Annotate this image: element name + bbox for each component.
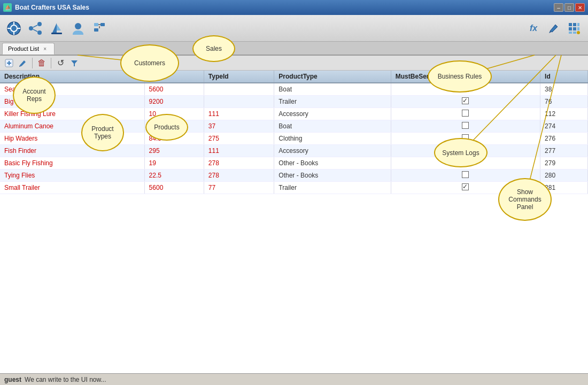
col-mustbeserialised[interactable]: MustBeSerialized <box>391 71 540 83</box>
tab-bar: Product List × <box>0 42 588 56</box>
product-table: Description Price TypeId ProductType Mus… <box>0 71 588 194</box>
svg-line-10 <box>33 29 37 32</box>
cell-typeid: 278 <box>204 157 274 170</box>
cell-description: Small Trailer <box>0 182 144 194</box>
cell-typeid: 111 <box>204 145 274 157</box>
close-btn[interactable]: ✕ <box>575 3 585 12</box>
cell-mustbeserialised[interactable] <box>391 170 540 182</box>
cell-producttype: Accessory <box>274 108 391 120</box>
cell-mustbeserialised[interactable] <box>391 96 540 108</box>
svg-rect-18 <box>569 23 572 26</box>
delete-separator <box>51 58 51 68</box>
refresh-btn[interactable]: ↺ <box>55 57 66 69</box>
cell-typeid: 37 <box>204 120 274 133</box>
table-row[interactable]: Hip Waders84.5275Clothing276 <box>0 133 588 145</box>
svg-line-9 <box>33 25 37 27</box>
app-icon: ⛵ <box>3 3 12 12</box>
cell-producttype: Accessory <box>274 145 391 157</box>
window-title: Boat Crafters USA Sales <box>15 4 551 11</box>
add-record-btn[interactable] <box>3 57 15 69</box>
home-btn[interactable] <box>4 19 24 38</box>
cell-producttype: Other - Books <box>274 157 391 170</box>
svg-rect-24 <box>569 32 572 34</box>
serialized-checkbox[interactable] <box>462 110 469 117</box>
fx-btn[interactable]: fx <box>524 19 543 38</box>
col-price[interactable]: Price <box>144 71 204 83</box>
serialized-checkbox[interactable] <box>462 183 469 190</box>
content-area: 🗑 ↺ Description Price TypeId ProductType <box>0 56 588 373</box>
svg-point-7 <box>29 26 33 30</box>
svg-point-8 <box>37 30 42 35</box>
sailboat-btn[interactable] <box>47 19 66 38</box>
cell-producttype: Boat <box>274 120 391 133</box>
svg-rect-22 <box>573 27 576 30</box>
cell-typeid: 111 <box>204 108 274 120</box>
user-btn[interactable] <box>68 19 88 38</box>
cell-mustbeserialised[interactable] <box>391 83 540 96</box>
cell-description: Killer Fishing Lure <box>0 108 144 120</box>
svg-marker-12 <box>57 24 61 30</box>
table-row[interactable]: Tying Flies22.5278Other - Books280 <box>0 170 588 182</box>
serialized-checkbox[interactable] <box>462 147 469 153</box>
tab-close-btn[interactable]: × <box>41 45 49 52</box>
table-area[interactable]: Description Price TypeId ProductType Mus… <box>0 71 588 373</box>
tab-product-list[interactable]: Product List × <box>2 43 55 55</box>
table-row[interactable]: Sea King5600Boat38 <box>0 83 588 96</box>
svg-rect-21 <box>569 27 572 30</box>
minimize-btn[interactable]: – <box>554 3 563 12</box>
svg-rect-20 <box>577 23 579 26</box>
cell-producttype: Other - Books <box>274 170 391 182</box>
filter-btn[interactable] <box>68 57 80 69</box>
cell-producttype: Trailer <box>274 96 391 108</box>
table-row[interactable]: Basic Fly Fishing19278Other - Books279 <box>0 157 588 170</box>
svg-point-6 <box>37 22 42 26</box>
cell-producttype: Boat <box>274 83 391 96</box>
pen-btn[interactable] <box>544 19 563 38</box>
cell-mustbeserialised[interactable] <box>391 133 540 145</box>
toolbar-right: fx <box>524 19 584 38</box>
cell-price: 19 <box>144 157 204 170</box>
cell-mustbeserialised[interactable] <box>391 120 540 133</box>
cell-producttype: Clothing <box>274 133 391 145</box>
module-btn[interactable] <box>90 19 109 38</box>
cell-description: Big Trailer <box>0 96 144 108</box>
serialized-checkbox[interactable] <box>462 134 469 141</box>
table-row[interactable]: Fish Finder295111Accessory277 <box>0 145 588 157</box>
cell-description: Aluminum Canoe <box>0 120 144 133</box>
maximize-btn[interactable]: □ <box>564 3 574 12</box>
table-row[interactable]: Big Trailer9200Trailer76 <box>0 96 588 108</box>
share-btn[interactable] <box>26 19 45 38</box>
cell-mustbeserialised[interactable] <box>391 145 540 157</box>
col-description[interactable]: Description <box>0 71 144 83</box>
serialized-checkbox[interactable] <box>462 85 469 92</box>
status-user: guest <box>4 376 21 383</box>
table-row[interactable]: Aluminum Canoe29537Boat274 <box>0 120 588 133</box>
cell-mustbeserialised[interactable] <box>391 157 540 170</box>
table-row[interactable]: Small Trailer560077Trailer281 <box>0 182 588 194</box>
cell-description: Basic Fly Fishing <box>0 157 144 170</box>
col-producttype[interactable]: ProductType <box>274 71 391 83</box>
serialized-checkbox[interactable] <box>462 97 469 104</box>
delete-record-btn[interactable]: 🗑 <box>36 57 48 69</box>
grid-settings-btn[interactable] <box>564 19 584 38</box>
cell-price: 295 <box>144 120 204 133</box>
serialized-checkbox[interactable] <box>462 171 469 178</box>
col-id[interactable]: Id <box>540 71 588 83</box>
serialized-checkbox[interactable] <box>462 122 469 129</box>
serialized-checkbox[interactable] <box>462 159 469 166</box>
main-toolbar: fx <box>0 15 588 42</box>
table-row[interactable]: Killer Fishing Lure10111Accessory112 <box>0 108 588 120</box>
edit-record-btn[interactable] <box>17 57 29 69</box>
cell-price: 10 <box>144 108 204 120</box>
col-typeid[interactable]: TypeId <box>204 71 274 83</box>
cell-id: 76 <box>540 96 588 108</box>
cell-mustbeserialised[interactable] <box>391 108 540 120</box>
cell-price: 22.5 <box>144 170 204 182</box>
cell-mustbeserialised[interactable] <box>391 182 540 194</box>
cell-description: Hip Waders <box>0 133 144 145</box>
cell-id: 277 <box>540 145 588 157</box>
svg-marker-30 <box>71 60 78 66</box>
status-message: We can write to the UI now... <box>25 376 106 383</box>
tab-label: Product List <box>8 45 39 52</box>
cell-typeid: 77 <box>204 182 274 194</box>
